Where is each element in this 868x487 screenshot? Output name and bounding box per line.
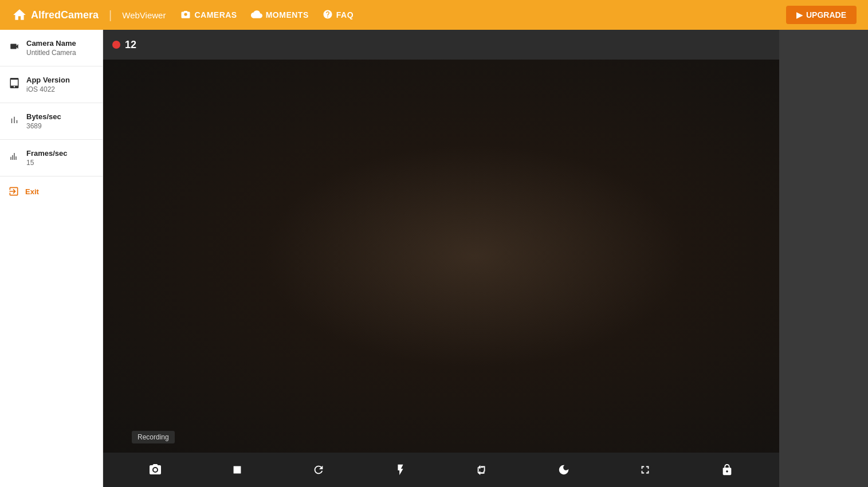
app-version-label: App Version: [26, 76, 70, 84]
webviewer-label: WebViewer: [122, 10, 166, 20]
night-mode-button[interactable]: [552, 458, 575, 481]
help-icon: [323, 9, 333, 21]
app-logo[interactable]: AlfredCamera: [11, 7, 99, 23]
tablet-icon: [8, 77, 21, 89]
house-icon: [11, 7, 28, 23]
frames-sec-label: Frames/sec: [26, 149, 68, 158]
camera-name-text: Camera Name Untitled Camera: [26, 39, 76, 57]
nav-cameras[interactable]: CAMERAS: [180, 9, 237, 21]
main-content: Camera Name Untitled Camera App Version …: [0, 30, 868, 487]
camera-controls-bar: [103, 453, 779, 487]
sidebar-app-version[interactable]: App Version iOS 4022: [0, 66, 103, 103]
camera-panel: 12 Recording: [103, 30, 779, 487]
flash-button[interactable]: [389, 458, 412, 481]
exit-label: Exit: [25, 187, 39, 196]
fullscreen-button[interactable]: [634, 458, 657, 481]
left-sidebar: Camera Name Untitled Camera App Version …: [0, 30, 103, 487]
refresh-button[interactable]: [307, 458, 330, 481]
sidebar-exit[interactable]: Exit: [0, 176, 103, 206]
bytes-sec-value: 3689: [26, 122, 61, 130]
camera-name-label: Camera Name: [26, 39, 76, 48]
app-version-text: App Version iOS 4022: [26, 76, 70, 93]
upgrade-label: UPGRADE: [806, 10, 846, 19]
moments-label: MOMENTS: [266, 10, 309, 19]
screenshot-button[interactable]: [144, 458, 167, 481]
sidebar-camera-name[interactable]: Camera Name Untitled Camera: [0, 30, 103, 66]
live-count: 12: [125, 39, 136, 51]
app-version-value: iOS 4022: [26, 85, 70, 93]
camera-name-value: Untitled Camera: [26, 49, 76, 57]
cameras-icon: [180, 9, 191, 21]
recording-badge: Recording: [132, 431, 175, 443]
nav-divider: |: [109, 9, 112, 22]
cameras-label: CAMERAS: [194, 10, 237, 19]
frames-sec-value: 15: [26, 159, 68, 167]
nav-moments[interactable]: MOMENTS: [251, 9, 309, 22]
faq-label: FAQ: [336, 10, 354, 19]
top-navigation: AlfredCamera | WebViewer CAMERAS MOMENTS: [0, 0, 868, 30]
logo-text: AlfredCamera: [31, 9, 99, 21]
frames-sec-text: Frames/sec 15: [26, 149, 68, 167]
exit-icon: [8, 186, 19, 197]
live-indicator: 12: [112, 39, 136, 51]
sidebar-frames-sec: Frames/sec 15: [0, 140, 103, 176]
nav-faq[interactable]: FAQ: [323, 9, 354, 21]
upgrade-button[interactable]: ▶ UPGRADE: [786, 6, 857, 24]
live-dot: [112, 41, 120, 49]
camera-header-bar: 12: [103, 30, 779, 60]
svg-rect-0: [233, 466, 241, 474]
nav-items: CAMERAS MOMENTS FAQ: [180, 9, 354, 22]
sidebar-bytes-sec: Bytes/sec 3689: [0, 103, 103, 140]
bytes-sec-label: Bytes/sec: [26, 112, 61, 121]
lock-button[interactable]: [716, 458, 739, 481]
video-camera-icon: [8, 40, 21, 53]
flip-camera-button[interactable]: [470, 458, 493, 481]
bytes-sec-text: Bytes/sec 3689: [26, 112, 61, 130]
cloud-icon: [251, 9, 262, 22]
video-feed[interactable]: Recording: [103, 60, 779, 453]
right-panel: [779, 30, 868, 487]
bar-chart-icon: [8, 113, 21, 126]
stop-button[interactable]: [226, 458, 249, 481]
bar-chart-2-icon: [8, 150, 21, 163]
play-icon: ▶: [796, 10, 803, 19]
